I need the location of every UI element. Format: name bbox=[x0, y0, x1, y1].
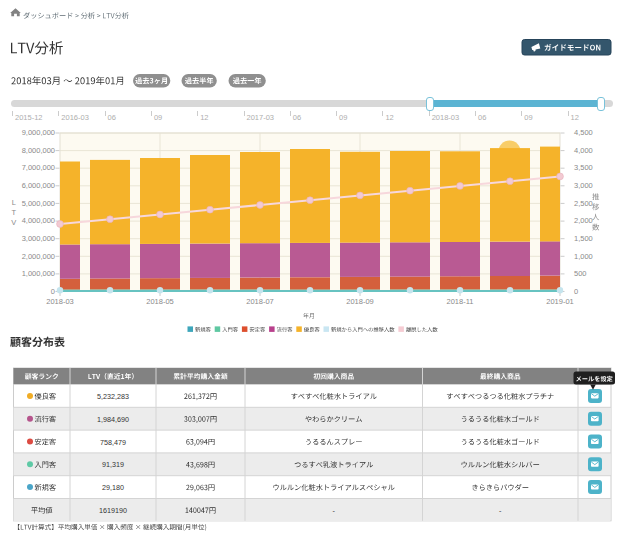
svg-text:1,984,690: 1,984,690 bbox=[97, 415, 129, 424]
svg-text:91,319: 91,319 bbox=[102, 460, 124, 469]
svg-text:5,232,283: 5,232,283 bbox=[97, 392, 129, 401]
svg-text:29,180: 29,180 bbox=[102, 483, 124, 492]
svg-text:758,479: 758,479 bbox=[100, 438, 126, 447]
svg-text:1619190: 1619190 bbox=[99, 506, 127, 515]
